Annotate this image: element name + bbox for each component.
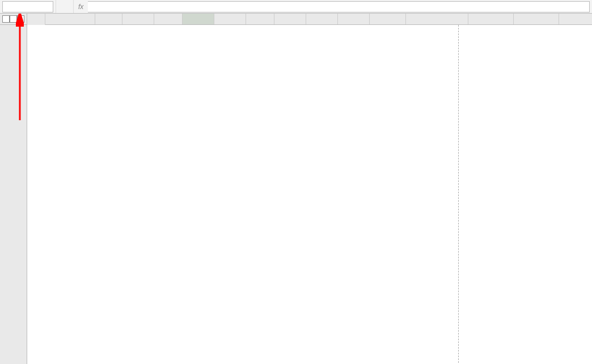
page-break-line (458, 25, 459, 363)
col-header-G[interactable] (246, 14, 274, 24)
formula-bar: fx (0, 0, 592, 14)
formula-bar-icons (56, 0, 74, 13)
annotation-arrow (16, 14, 24, 121)
col-header-C[interactable] (122, 14, 154, 24)
col-header-A[interactable] (45, 14, 95, 24)
col-header-H[interactable] (274, 14, 306, 24)
col-header-M[interactable] (468, 14, 514, 24)
column-headers (27, 14, 592, 25)
col-header-L[interactable] (406, 14, 468, 24)
name-box[interactable] (2, 1, 53, 12)
col-header-I[interactable] (306, 14, 338, 24)
col-header-E[interactable] (183, 14, 214, 24)
col-header-F[interactable] (214, 14, 246, 24)
outline-level-1[interactable] (2, 15, 10, 23)
col-header-B[interactable] (95, 14, 122, 24)
fx-icon[interactable]: fx (74, 3, 88, 11)
formula-input[interactable] (88, 1, 590, 12)
grid-area (27, 14, 592, 364)
col-header-K[interactable] (370, 14, 406, 24)
spreadsheet-area (0, 14, 592, 364)
col-header-N[interactable] (514, 14, 559, 24)
col-header-D[interactable] (154, 14, 183, 24)
col-header-J[interactable] (338, 14, 370, 24)
select-all-corner[interactable] (27, 14, 45, 25)
